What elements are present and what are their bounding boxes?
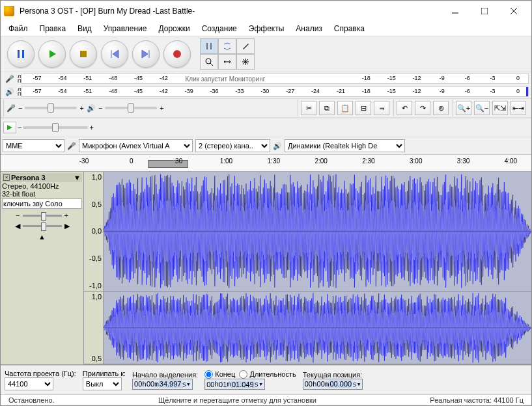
redo-button[interactable]: ↷ — [415, 101, 430, 115]
meter-peak-indicator — [526, 87, 528, 96]
audio-position-time[interactable]: 00 h 00 m 00.000 s▾ — [303, 379, 363, 390]
sync-lock-button[interactable]: ⊚ — [433, 101, 449, 115]
status-bar: Остановлено. Щёлкните и перетащите отмет… — [1, 394, 531, 405]
trim-button[interactable]: ⊟ — [356, 101, 371, 115]
status-state: Остановлено. — [6, 396, 156, 404]
menu-effects[interactable]: Эффекты — [244, 23, 290, 34]
project-rate-select[interactable]: 44100 — [5, 377, 53, 390]
record-button[interactable] — [163, 40, 191, 68]
waveform-right-channel[interactable] — [104, 291, 531, 364]
selection-tool[interactable] — [200, 38, 218, 54]
multi-tool[interactable] — [236, 54, 255, 70]
track-name[interactable]: Persona 3 — [11, 174, 72, 182]
play-button[interactable] — [38, 40, 66, 68]
pan-right-icon: ▶ — [64, 222, 70, 230]
menu-tracks[interactable]: Дорожки — [154, 23, 195, 34]
track-area: × Persona 3 ▼ Стерео, 44100Hz 32-bit flo… — [1, 172, 531, 365]
playback-speed-slider[interactable] — [23, 126, 88, 129]
speaker-icon: 🔊 — [273, 142, 282, 150]
maximize-button[interactable] — [469, 2, 499, 20]
waveform-left-channel[interactable] — [104, 172, 531, 291]
mic-icon: 🎤 — [3, 75, 16, 83]
track-format-info: Стерео, 44100Hz — [2, 182, 82, 190]
fit-selection-button[interactable]: ⇱⇲ — [492, 101, 508, 115]
menu-analyze[interactable]: Анализ — [290, 23, 328, 34]
pause-button[interactable] — [7, 40, 35, 68]
meter-hint: Клик запустит Мониторинг — [184, 75, 266, 83]
playback-meter-row: 🔊 Л П -57-54-51-48-45-42-39-36-33-30-27-… — [1, 85, 531, 98]
recording-channels-select[interactable]: 2 (стерео) кана.. — [195, 139, 270, 152]
mic-icon: 🎤 — [7, 104, 16, 113]
timeline[interactable]: -300301:001:302:002:303:003:304:00 — [1, 155, 531, 172]
selection-start-label: Начало выделения: — [132, 371, 198, 379]
titlebar: Persona 3 OST - [OP] Burn My Dread -Last… — [1, 1, 531, 21]
mic-icon: 🎤 — [67, 142, 76, 150]
length-radio[interactable]: Длительность — [239, 370, 296, 378]
app-icon — [4, 6, 14, 16]
zoom-in-button[interactable]: 🔍+ — [456, 101, 471, 115]
recording-device-select[interactable]: Микрофон (Avnex Virtual A — [79, 139, 193, 152]
playback-volume-slider[interactable] — [105, 107, 157, 109]
cut-button[interactable]: ✂ — [301, 101, 316, 115]
track-menu-dropdown[interactable]: ▼ — [74, 174, 81, 182]
snap-to-select[interactable]: Выкл — [83, 377, 122, 390]
zoom-out-button[interactable]: 🔍− — [474, 101, 490, 115]
end-radio[interactable]: Конец — [204, 370, 235, 378]
track-control-panel[interactable]: × Persona 3 ▼ Стерео, 44100Hz 32-bit flo… — [1, 172, 84, 364]
undo-button[interactable]: ↶ — [397, 101, 412, 115]
envelope-tool[interactable] — [218, 38, 236, 54]
menu-help[interactable]: Справка — [329, 23, 370, 34]
play-at-speed-button[interactable] — [3, 122, 16, 133]
tool-selector — [200, 38, 259, 70]
pan-left-icon: ◀ — [15, 222, 20, 230]
track-pan-slider[interactable] — [23, 225, 62, 227]
mute-solo-buttons[interactable]: ключить зву Соло — [2, 198, 82, 209]
svg-point-5 — [206, 59, 211, 64]
project-rate-label: Частота проекта (Гц): — [5, 370, 76, 377]
minimize-button[interactable] — [440, 2, 469, 20]
stop-button[interactable] — [70, 40, 97, 68]
status-hint: Щёлкните и перетащите отметку для устано… — [156, 396, 427, 404]
silence-button[interactable]: ⫬ — [374, 101, 389, 115]
audio-host-select[interactable]: MME — [3, 139, 64, 152]
window-title: Persona 3 OST - [OP] Burn My Dread -Last… — [20, 7, 440, 16]
svg-rect-1 — [18, 50, 20, 58]
audio-position-label: Текущая позиция: — [303, 371, 363, 379]
track-gain-slider[interactable] — [23, 215, 62, 217]
speaker-icon: 🔊 — [3, 88, 16, 96]
selection-start-time[interactable]: 00 h 00 m 34.997 s▾ — [132, 379, 193, 390]
playback-device-select[interactable]: Динамики (Realtek High Dе — [285, 139, 405, 152]
zoom-tool[interactable] — [200, 54, 218, 70]
draw-tool[interactable] — [236, 38, 255, 54]
menu-transport[interactable]: Управление — [98, 23, 152, 34]
svg-rect-3 — [80, 51, 87, 57]
menu-view[interactable]: Вид — [72, 23, 97, 34]
selection-toolbar: Частота проекта (Гц): 44100 Прилипать к:… — [1, 365, 531, 394]
paste-button[interactable]: 📋 — [337, 101, 353, 115]
close-button[interactable] — [499, 2, 528, 20]
track-bit-depth: 32-bit float — [2, 190, 82, 198]
track-close-button[interactable]: × — [3, 174, 10, 181]
recording-volume-slider[interactable] — [25, 107, 77, 109]
menu-generate[interactable]: Создание — [197, 23, 242, 34]
svg-point-4 — [173, 50, 181, 58]
selection-end-time[interactable]: 00 h 01 m 01.049 s▾ — [204, 379, 265, 390]
playback-meter[interactable]: -57-54-51-48-45-42-39-36-33-30-27-24-21-… — [21, 87, 529, 97]
vertical-scale[interactable]: 1,00,50,0-0,5-1,0 — [84, 172, 104, 291]
recording-meter[interactable]: -57 -54 -51 -48 -45 -42 Клик запустит Мо… — [21, 74, 529, 84]
svg-rect-0 — [481, 8, 488, 14]
skip-start-button[interactable] — [101, 40, 128, 68]
fit-project-button[interactable]: ⇤⇥ — [511, 101, 526, 115]
menu-file[interactable]: Файл — [3, 23, 33, 34]
mixer-edit-row: 🎤− + 🔊− + ✂ ⧉ 📋 ⊟ ⫬ ↶ ↷ ⊚ 🔍+ 🔍− ⇱⇲ ⇤⇥ — [1, 98, 531, 118]
vertical-scale-2[interactable]: 1,00,5 — [84, 291, 104, 364]
menubar: Файл Правка Вид Управление Дорожки Созда… — [1, 21, 531, 36]
track-collapse-button[interactable]: ▲ — [2, 233, 82, 241]
copy-button[interactable]: ⧉ — [319, 101, 335, 115]
menu-edit[interactable]: Правка — [35, 23, 72, 34]
play-speed-row: − + — [1, 118, 531, 137]
skip-end-button[interactable] — [132, 40, 160, 68]
speaker-icon: 🔊 — [87, 104, 96, 113]
timeshift-tool[interactable] — [218, 54, 236, 70]
svg-rect-2 — [22, 50, 24, 58]
